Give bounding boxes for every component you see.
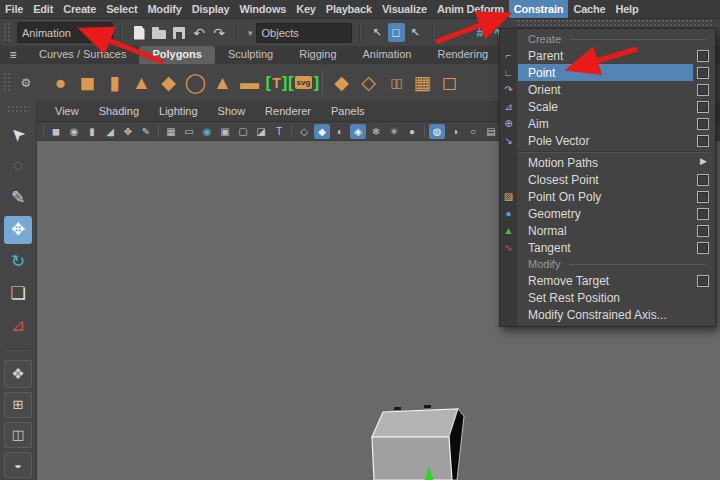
gate-mask-icon[interactable]: ▣ — [217, 124, 233, 139]
scene-cube[interactable] — [360, 400, 470, 480]
shaded-icon[interactable]: ◆ — [314, 124, 330, 139]
workspace-selector[interactable]: Animation ▾ — [17, 22, 113, 43]
option-box[interactable] — [697, 275, 709, 287]
selection-mask-caret-icon[interactable]: ▾ — [248, 28, 253, 38]
menu-windows[interactable]: Windows — [234, 0, 291, 18]
menu-help[interactable]: Help — [610, 0, 643, 18]
selection-mask-field[interactable]: Objects — [256, 23, 352, 43]
shadows-icon[interactable]: ● — [404, 124, 420, 139]
option-box[interactable] — [697, 118, 709, 130]
option-box[interactable] — [697, 101, 709, 113]
option-box[interactable] — [697, 50, 709, 62]
option-box[interactable] — [697, 174, 709, 186]
exposure-icon[interactable]: ▤ — [483, 124, 499, 139]
select-by-component-button[interactable]: ↖ — [407, 23, 424, 42]
option-box[interactable] — [697, 135, 709, 147]
option-box[interactable] — [697, 84, 709, 96]
panel-menu-panels[interactable]: Panels — [321, 105, 375, 117]
menu-edit[interactable]: Edit — [28, 0, 58, 18]
menu-item-motion-paths[interactable]: Motion Paths ▶ — [500, 154, 715, 171]
panel-menu-shading[interactable]: Shading — [89, 105, 149, 117]
poly-cylinder-button[interactable]: ▮ — [101, 68, 128, 98]
menu-item-closest-point[interactable]: Closest Point — [500, 171, 715, 188]
option-box[interactable] — [697, 208, 709, 220]
menu-modify[interactable]: Modify — [142, 0, 186, 18]
menu-visualize[interactable]: Visualize — [377, 0, 432, 18]
panel-menu-view[interactable]: View — [45, 105, 89, 117]
grid-icon[interactable]: ▦ — [163, 124, 179, 139]
option-box[interactable] — [697, 67, 709, 79]
menu-item-geometry[interactable]: ● Geometry — [500, 205, 715, 222]
menu-item-normal[interactable]: ▲ Normal — [500, 222, 715, 239]
open-scene-button[interactable] — [150, 24, 168, 42]
gear-icon[interactable]: ⚙ — [15, 76, 37, 90]
option-box[interactable] — [697, 191, 709, 203]
menu-item-scale[interactable]: ⊿ Scale — [500, 98, 715, 115]
tab-rendering[interactable]: Rendering — [424, 46, 501, 64]
shelf-menu-icon[interactable]: ≡ — [0, 48, 26, 62]
option-box[interactable] — [697, 225, 709, 237]
svg-tool-button[interactable]: [svg] — [290, 68, 317, 98]
menu-item-tangent[interactable]: ∿ Tangent — [500, 239, 715, 256]
camera-attributes-icon[interactable]: ◉ — [66, 124, 82, 139]
grease-pencil-icon[interactable]: ✎ — [138, 124, 154, 139]
select-by-hierarchy-button[interactable]: ↖ — [369, 23, 386, 42]
mirror-button[interactable]: ▯▯ — [382, 68, 409, 98]
panel-menu-show[interactable]: Show — [208, 105, 256, 117]
menu-key[interactable]: Key — [291, 0, 321, 18]
menu-item-pole-vector[interactable]: ↘ Pole Vector — [500, 132, 715, 149]
menu-item-remove-target[interactable]: Remove Target — [500, 272, 715, 289]
menu-item-aim[interactable]: ⊕ Aim — [500, 115, 715, 132]
poly-cone-button[interactable]: ▲ — [128, 68, 155, 98]
menu-select[interactable]: Select — [101, 0, 142, 18]
menu-item-modify-constrained-axis[interactable]: Modify Constrained Axis... — [500, 306, 715, 323]
combine-button[interactable]: ◆ — [328, 68, 355, 98]
tab-sculpting[interactable]: Sculpting — [215, 46, 286, 64]
menu-item-orient[interactable]: ↷ Orient — [500, 81, 715, 98]
shelf-drag-handle[interactable] — [3, 72, 12, 93]
cube-front-face[interactable] — [372, 437, 452, 480]
tab-animation[interactable]: Animation — [350, 46, 425, 64]
bookmark-icon[interactable]: ▮ — [84, 124, 100, 139]
lasso-tool-button[interactable]: ◌ — [4, 152, 32, 180]
menu-anim-deform[interactable]: Anim Deform — [432, 0, 509, 18]
rotate-tool-button[interactable]: ↻ — [4, 248, 32, 276]
undo-button[interactable]: ↶ — [190, 24, 208, 42]
resolution-gate-icon[interactable]: ◉ — [199, 124, 215, 139]
scale-tool-button[interactable]: ❏ — [4, 280, 32, 308]
wireframe-icon[interactable]: ◇ — [296, 124, 312, 139]
snap-to-grid-icon[interactable]: # — [472, 24, 489, 42]
poly-torus-button[interactable]: ◯ — [182, 68, 209, 98]
menu-display[interactable]: Display — [187, 0, 235, 18]
paint-select-tool-button[interactable]: ✎ — [4, 184, 32, 212]
motion-blur-icon[interactable]: ◑ — [447, 124, 463, 139]
tab-curves-surfaces[interactable]: Curves / Surfaces — [26, 46, 139, 64]
field-chart-icon[interactable]: ▢ — [235, 124, 251, 139]
single-pane-layout-button[interactable]: ❖ — [4, 360, 32, 388]
last-tool-button[interactable]: ⊿ — [4, 312, 32, 340]
poly-cube-button[interactable]: ◼ — [74, 68, 101, 98]
smooth-button[interactable]: ▦ — [409, 68, 436, 98]
new-scene-button[interactable] — [130, 24, 148, 42]
plugin-filter-icon[interactable]: ○ — [465, 124, 481, 139]
poly-plane-button[interactable]: ◆ — [155, 68, 182, 98]
lighting-icon[interactable]: ✳ — [386, 124, 402, 139]
toolbox-drag-handle[interactable] — [7, 105, 29, 112]
poly-pipe-button[interactable]: ▬ — [236, 68, 263, 98]
menu-playback[interactable]: Playback — [321, 0, 377, 18]
menu-constrain[interactable]: Constrain — [509, 0, 569, 18]
menu-item-point[interactable]: ∟ Point — [500, 64, 715, 81]
type-tool-button[interactable]: [T] — [263, 68, 290, 98]
ambient-occlusion-icon[interactable]: ◍ — [429, 124, 445, 139]
safe-action-icon[interactable]: ◪ — [253, 124, 269, 139]
outliner-persp-layout-button[interactable]: ◫ — [4, 422, 32, 448]
tab-polygons[interactable]: Polygons — [139, 46, 215, 64]
menu-item-set-rest-position[interactable]: Set Rest Position — [500, 289, 715, 306]
menu-create[interactable]: Create — [58, 0, 101, 18]
image-plane-icon[interactable]: ◢ — [102, 124, 118, 139]
film-gate-icon[interactable]: ▭ — [181, 124, 197, 139]
four-pane-layout-button[interactable]: ⊞ — [4, 392, 32, 418]
panel-menu-renderer[interactable]: Renderer — [255, 105, 321, 117]
save-scene-button[interactable] — [170, 24, 188, 42]
textured-shaded-icon[interactable]: ◈ — [350, 124, 366, 139]
